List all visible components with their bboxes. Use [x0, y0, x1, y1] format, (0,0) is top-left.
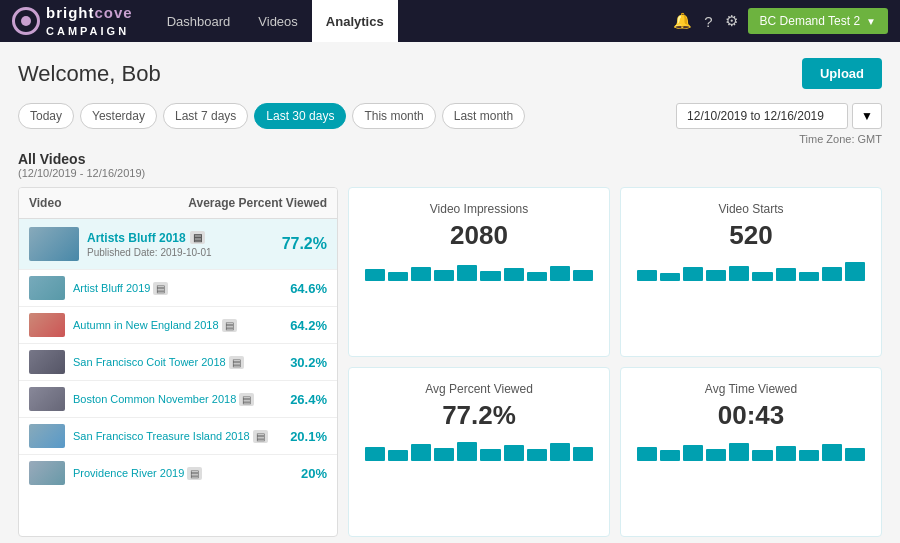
playlist-icon: ▤: [190, 231, 205, 244]
playlist-icon: ▤: [239, 393, 254, 406]
bar: [822, 444, 842, 461]
playlist-icon: ▤: [222, 319, 237, 332]
featured-title: Artists Bluff 2018: [87, 231, 186, 245]
video-thumbnail: [29, 350, 65, 374]
bar: [573, 270, 593, 281]
impressions-bar-chart: [365, 259, 593, 281]
bar: [480, 271, 500, 281]
account-button[interactable]: BC Demand Test 2 ▼: [748, 8, 888, 34]
top-bar: Welcome, Bob Upload: [18, 58, 882, 89]
featured-video-row: Artists Bluff 2018 ▤ Published Date: 201…: [19, 219, 337, 270]
col-avg-header: Average Percent Viewed: [188, 196, 327, 210]
nav-analytics[interactable]: Analytics: [312, 0, 398, 42]
date-range-input[interactable]: [676, 103, 848, 129]
video-percent: 20%: [287, 466, 327, 481]
logo-icon: [12, 7, 40, 35]
bar: [845, 262, 865, 281]
featured-title-link[interactable]: Artists Bluff 2018 ▤: [87, 231, 274, 245]
stat-avg-percent-label: Avg Percent Viewed: [425, 382, 533, 396]
video-title[interactable]: Artist Bluff 2019 ▤: [73, 282, 279, 295]
stat-avg-time: Avg Time Viewed 00:43: [620, 367, 882, 537]
bar: [573, 447, 593, 461]
main-grid: Video Average Percent Viewed Artists Blu…: [18, 187, 882, 537]
table-row: Providence River 2019 ▤ 20%: [19, 455, 337, 491]
avg-time-bar-chart: [637, 439, 865, 461]
help-icon[interactable]: ?: [704, 13, 712, 30]
bar: [729, 443, 749, 461]
filter-last30[interactable]: Last 30 days: [254, 103, 346, 129]
playlist-icon: ▤: [153, 282, 168, 295]
video-title[interactable]: Providence River 2019 ▤: [73, 467, 279, 480]
filter-thismonth[interactable]: This month: [352, 103, 435, 129]
bar: [706, 449, 726, 461]
table-row: Boston Common November 2018 ▤ 26.4%: [19, 381, 337, 418]
table-row: Autumn in New England 2018 ▤ 64.2%: [19, 307, 337, 344]
video-thumbnail: [29, 387, 65, 411]
video-title[interactable]: San Francisco Treasure Island 2018 ▤: [73, 430, 279, 443]
stat-avg-percent-value: 77.2%: [442, 400, 516, 431]
date-dropdown-button[interactable]: ▼: [852, 103, 882, 129]
logo-text: brightcoveCAMPAIGN: [46, 4, 133, 38]
bar: [411, 267, 431, 281]
featured-info: Artists Bluff 2018 ▤ Published Date: 201…: [87, 231, 274, 258]
section-header: All Videos (12/10/2019 - 12/16/2019): [18, 151, 882, 179]
featured-percent: 77.2%: [282, 235, 327, 253]
bar: [660, 273, 680, 281]
navbar: brightcoveCAMPAIGN Dashboard Videos Anal…: [0, 0, 900, 42]
video-title[interactable]: Boston Common November 2018 ▤: [73, 393, 279, 406]
bar: [365, 447, 385, 461]
nav-dashboard[interactable]: Dashboard: [153, 0, 245, 42]
bar: [683, 445, 703, 461]
logo: brightcoveCAMPAIGN: [12, 4, 133, 38]
timezone-label: Time Zone: GMT: [18, 133, 882, 145]
bar: [637, 270, 657, 281]
bar: [706, 270, 726, 281]
bar: [457, 442, 477, 461]
bar: [388, 272, 408, 281]
chevron-down-icon: ▼: [866, 16, 876, 27]
bar: [776, 268, 796, 281]
video-percent: 20.1%: [287, 429, 327, 444]
bar: [637, 447, 657, 461]
video-percent: 64.2%: [287, 318, 327, 333]
bell-icon[interactable]: 🔔: [673, 12, 692, 30]
stat-impressions-label: Video Impressions: [430, 202, 529, 216]
account-label: BC Demand Test 2: [760, 14, 861, 28]
filter-yesterday[interactable]: Yesterday: [80, 103, 157, 129]
filter-lastmonth[interactable]: Last month: [442, 103, 525, 129]
video-title[interactable]: San Francisco Coit Tower 2018 ▤: [73, 356, 279, 369]
filter-today[interactable]: Today: [18, 103, 74, 129]
video-title[interactable]: Autumn in New England 2018 ▤: [73, 319, 279, 332]
playlist-icon: ▤: [187, 467, 202, 480]
upload-button[interactable]: Upload: [802, 58, 882, 89]
stat-starts-value: 520: [729, 220, 772, 251]
bar: [365, 269, 385, 281]
video-thumbnail: [29, 313, 65, 337]
stat-avg-time-label: Avg Time Viewed: [705, 382, 797, 396]
stat-avg-percent: Avg Percent Viewed 77.2%: [348, 367, 610, 537]
bar: [799, 450, 819, 461]
bar: [845, 448, 865, 461]
featured-meta: Published Date: 2019-10-01: [87, 247, 274, 258]
bar: [480, 449, 500, 461]
table-row: San Francisco Coit Tower 2018 ▤ 30.2%: [19, 344, 337, 381]
video-thumbnail: [29, 424, 65, 448]
bar: [776, 446, 796, 461]
stat-impressions-value: 2080: [450, 220, 508, 251]
filter-last7[interactable]: Last 7 days: [163, 103, 248, 129]
bar: [411, 444, 431, 461]
bar: [527, 272, 547, 281]
video-percent: 26.4%: [287, 392, 327, 407]
playlist-icon: ▤: [253, 430, 268, 443]
stat-starts: Video Starts 520: [620, 187, 882, 357]
nav-videos[interactable]: Videos: [244, 0, 312, 42]
bar: [660, 450, 680, 461]
featured-thumbnail: [29, 227, 79, 261]
bar: [550, 443, 570, 461]
bar: [550, 266, 570, 281]
video-percent: 64.6%: [287, 281, 327, 296]
bar: [457, 265, 477, 282]
welcome-heading: Welcome, Bob: [18, 61, 161, 87]
gear-icon[interactable]: ⚙: [725, 12, 738, 30]
bar: [752, 450, 772, 461]
